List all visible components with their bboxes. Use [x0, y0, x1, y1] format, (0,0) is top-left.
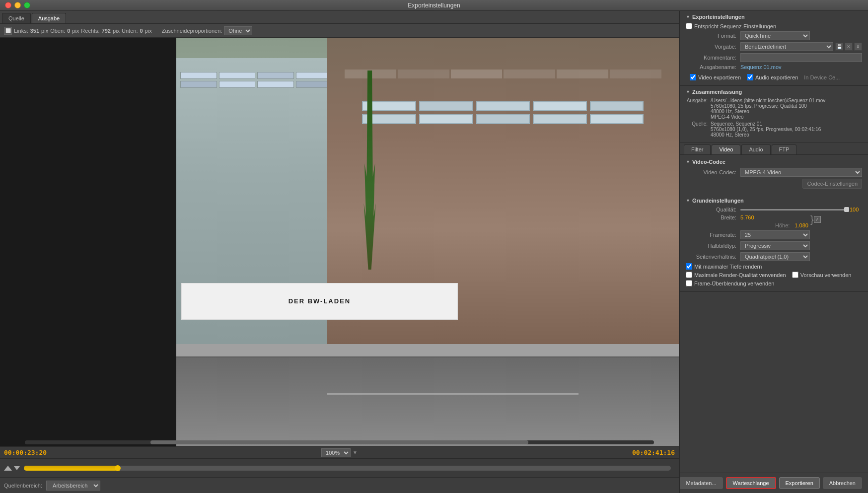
kommentare-row: Kommentare: [686, 53, 862, 62]
link-checkbox[interactable]: ✓ [814, 216, 821, 223]
codec-settings-row: Codec-Einstellungen [686, 179, 862, 189]
tab-ftp[interactable]: FTP [772, 144, 797, 154]
warteschlange-button[interactable]: Warteschlange [726, 477, 776, 489]
preview-cropped-left [0, 38, 176, 446]
pix2-label: pix [72, 28, 79, 34]
zoom-select[interactable]: 100% 50% 200% [321, 448, 351, 457]
source-range-label: Quellenbereich: [4, 483, 42, 489]
audio-export-label: Audio exportieren [755, 74, 798, 80]
abbrechen-button[interactable]: Abbrechen [823, 477, 862, 489]
zusammenfassung-header: ▼ Zusammenfassung [686, 89, 862, 95]
rechts-value: 792 [102, 28, 111, 34]
tab-ausgabe[interactable]: Ausgabe [32, 13, 66, 23]
zusammenfassung-triangle[interactable]: ▼ [686, 89, 690, 94]
ausgabe-summary-row: Ausgabe: /Users/...ideos (bitte nicht lö… [686, 98, 862, 120]
max-tiefe-row: Mit maximaler Tiefe rendern [686, 263, 862, 270]
format-dropdown[interactable]: QuickTime [740, 31, 810, 40]
vorgabe-label: Vorgabe: [686, 44, 740, 50]
seitenverhaeltnis-row: Seitenverhältnis: Quadratpixel (1,0) [686, 252, 862, 261]
framerate-row: Framerate: 25 24 30 [686, 230, 862, 239]
bottom-buttons: Metadaten... Warteschlange Exportieren A… [680, 473, 868, 493]
export-options-row: Video exportieren Audio exportieren In D… [690, 72, 862, 82]
max-tiefe-checkbox[interactable] [686, 263, 692, 270]
video-codec-dropdown[interactable]: MPEG-4 Video [740, 168, 862, 177]
window-controls[interactable] [5, 2, 30, 8]
source-range-select[interactable]: Arbeitsbereich [46, 481, 100, 491]
tab-audio[interactable]: Audio [741, 144, 770, 154]
pix1-label: pix [41, 28, 48, 34]
codec-settings-button[interactable]: Codec-Einstellungen [802, 179, 862, 189]
seitenverhaeltnis-dropdown[interactable]: Quadratpixel (1,0) [740, 252, 810, 261]
minimize-button[interactable] [14, 2, 21, 8]
scrollbar-thumb[interactable] [150, 440, 528, 444]
street-scene: DER BW-LADEN [176, 38, 679, 446]
vorgabe-row: Vorgabe: Benutzerdefiniert 💾 ✕ ⬇ [686, 42, 862, 51]
ausgabename-label: Ausgabename: [686, 64, 740, 70]
right-panel: ▼ Exporteinstellungen Entspricht Sequenz… [679, 11, 868, 493]
links-label: Links: [14, 28, 28, 34]
crop-icon[interactable]: ⬜ [4, 27, 12, 35]
left-panel: Quelle Ausgabe ⬜ Links: 351 pix Oben: 0 … [0, 11, 679, 493]
vorschau-checkbox[interactable] [792, 272, 798, 278]
proportionen-dropdown[interactable]: Ohne [224, 26, 252, 35]
ausgabe-val: /Users/...ideos (bitte nicht löschen)/Se… [711, 98, 825, 120]
halbbildtyp-dropdown[interactable]: Progressiv [740, 241, 810, 250]
video-codec-section: ▼ Video-Codec Video-Codec: MPEG-4 Video … [680, 154, 868, 195]
export-settings-header: ▼ Exporteinstellungen [686, 14, 862, 20]
halbbildtyp-row: Halbbildtyp: Progressiv [686, 241, 862, 250]
timeline-track[interactable] [24, 466, 671, 471]
maximize-button[interactable] [24, 2, 30, 8]
video-codec-row: Video-Codec: MPEG-4 Video [686, 168, 862, 177]
vorgabe-dropdown[interactable]: Benutzerdefiniert [740, 42, 833, 51]
preview-scrollbar[interactable] [25, 440, 654, 444]
import-preset-icon[interactable]: ⬇ [854, 43, 862, 51]
pix3-label: pix [113, 28, 120, 34]
sub-tabs: Filter Video Audio FTP [680, 142, 868, 154]
timeline-arrow-up[interactable] [4, 466, 12, 471]
metadaten-button[interactable]: Metadaten... [679, 477, 723, 489]
kommentare-input[interactable] [740, 53, 862, 62]
vorschau-label: Vorschau verwenden [800, 272, 852, 278]
entspricht-checkbox[interactable] [686, 23, 692, 29]
hoehe-value: 1.080 [795, 222, 808, 228]
qualitaet-slider[interactable] [740, 209, 847, 211]
exportieren-button[interactable]: Exportieren [779, 477, 820, 489]
timeline-playhead[interactable] [115, 465, 121, 471]
timeline-arrow-down[interactable] [14, 466, 20, 470]
qualitaet-handle[interactable] [844, 207, 849, 212]
shop-sign: DER BW-LADEN [181, 283, 458, 320]
close-button[interactable] [5, 2, 11, 8]
ausgabename-link[interactable]: Sequenz 01.mov [740, 64, 782, 70]
chain-icon: } [810, 214, 814, 224]
delete-preset-icon[interactable]: ✕ [845, 43, 853, 51]
video-export-checkbox[interactable] [690, 74, 696, 80]
audio-export-checkbox[interactable] [747, 74, 753, 80]
tab-video[interactable]: Video [712, 144, 740, 154]
proportionen-label: Zuschneideproportionen: [162, 28, 222, 34]
collapse-triangle[interactable]: ▼ [686, 14, 690, 19]
dimensions-row: Breite: 5.760 Höhe: 1.080 } ✓ [686, 214, 862, 228]
framerate-dropdown[interactable]: 25 24 30 [740, 230, 810, 239]
vorgabe-icons: 💾 ✕ ⬇ [835, 43, 862, 51]
tab-quelle[interactable]: Quelle [2, 13, 31, 23]
unten-label: Unten: [122, 28, 138, 34]
seitenverhaeltnis-label: Seitenverhältnis: [686, 254, 740, 260]
current-timecode: 00:00:23:20 [4, 449, 47, 456]
quelle-summary-row: Quelle: Sequence, Sequenz 01 5760x1080 (… [686, 121, 862, 138]
breite-value: 5.760 [740, 214, 754, 220]
max-render-checkbox[interactable] [686, 272, 692, 278]
max-tiefe-label: Mit maximaler Tiefe rendern [694, 264, 762, 270]
preview-area: DER BW-LADEN [0, 38, 679, 446]
link-dimensions: } ✓ [810, 214, 821, 224]
oben-label: Oben: [50, 28, 65, 34]
save-preset-icon[interactable]: 💾 [835, 43, 843, 51]
tab-bar: Quelle Ausgabe [0, 11, 679, 24]
quelle-key: Quelle: [686, 121, 711, 138]
timeline-progress [24, 466, 118, 471]
qualitaet-slider-row: 100 [740, 207, 862, 212]
grundeinstellungen-triangle[interactable]: ▼ [686, 198, 690, 203]
preview-content: DER BW-LADEN [0, 38, 679, 446]
tab-filter[interactable]: Filter [684, 144, 711, 154]
video-codec-triangle[interactable]: ▼ [686, 159, 690, 164]
frame-blend-checkbox[interactable] [686, 280, 692, 286]
